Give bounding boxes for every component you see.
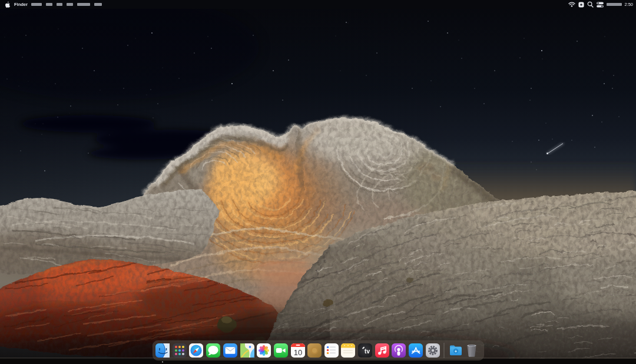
svg-text:10: 10	[294, 348, 302, 357]
svg-text:tv: tv	[365, 348, 370, 355]
